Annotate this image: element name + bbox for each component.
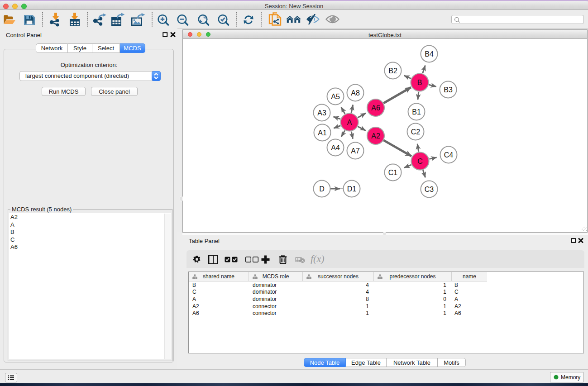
svg-text:C4: C4 xyxy=(444,151,454,159)
svg-text:A: A xyxy=(347,119,352,126)
svg-text:D: D xyxy=(319,185,325,193)
svg-text:A3: A3 xyxy=(317,109,326,117)
svg-text:D1: D1 xyxy=(347,185,357,193)
svg-text:A4: A4 xyxy=(331,144,340,152)
svg-text:C2: C2 xyxy=(411,128,421,136)
svg-text:A6: A6 xyxy=(371,104,380,112)
svg-text:A1: A1 xyxy=(318,129,327,137)
svg-text:C1: C1 xyxy=(388,169,398,176)
svg-text:A8: A8 xyxy=(351,89,360,97)
svg-text:B3: B3 xyxy=(444,86,453,94)
svg-text:B2: B2 xyxy=(388,67,397,75)
svg-text:C: C xyxy=(417,157,423,165)
svg-text:A5: A5 xyxy=(331,93,340,100)
svg-text:B: B xyxy=(417,79,422,86)
svg-text:C3: C3 xyxy=(425,186,434,193)
svg-text:A7: A7 xyxy=(351,147,360,155)
svg-text:B4: B4 xyxy=(425,50,434,58)
svg-text:B1: B1 xyxy=(412,108,421,116)
svg-text:A2: A2 xyxy=(371,132,380,140)
